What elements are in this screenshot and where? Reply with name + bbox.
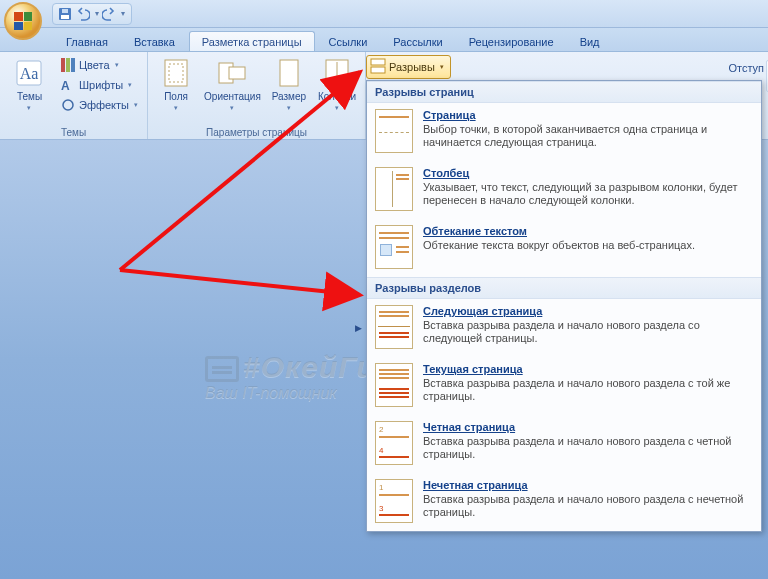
gallery-item-title: Текущая страница: [423, 363, 751, 375]
quick-access-toolbar: ▾ ▾: [52, 3, 132, 25]
chevron-down-icon: ▾: [27, 104, 31, 112]
gallery-item-title: Страница: [423, 109, 751, 121]
margins-icon: [160, 57, 192, 89]
gallery-item-desc: Выбор точки, в которой заканчивается одн…: [423, 123, 751, 149]
themes-label: Темы: [17, 91, 42, 102]
gallery-header-page-breaks: Разрывы страниц: [367, 81, 761, 103]
gallery-header-section-breaks: Разрывы разделов: [367, 277, 761, 299]
titlebar: ▾ ▾: [0, 0, 768, 28]
size-label: Размер: [272, 91, 306, 102]
group-themes-label: Темы: [6, 125, 141, 138]
gallery-item-desc: Обтекание текста вокруг объектов на веб-…: [423, 239, 751, 252]
gallery-item-title: Обтекание текстом: [423, 225, 751, 237]
indent-label-cut: Отступ: [728, 62, 764, 74]
office-button[interactable]: [4, 2, 42, 40]
group-page-setup-label: Параметры страницы: [154, 125, 359, 138]
fonts-icon: A: [60, 77, 76, 93]
group-themes: Aa Темы ▾ Цвета▾ A Шрифты▾ Эффекты▾: [0, 52, 148, 139]
continuous-icon: [375, 363, 413, 407]
theme-fonts-button[interactable]: A Шрифты▾: [57, 75, 141, 95]
gallery-item-page[interactable]: Страница Выбор точки, в которой заканчив…: [367, 103, 761, 161]
svg-rect-13: [229, 67, 245, 79]
theme-effects-label: Эффекты: [79, 99, 129, 111]
undo-dropdown-icon[interactable]: ▾: [95, 9, 99, 18]
margins-button[interactable]: Поля▾: [154, 55, 198, 112]
effects-icon: [60, 97, 76, 113]
column-break-icon: [375, 167, 413, 211]
tab-review[interactable]: Рецензирование: [457, 32, 566, 51]
columns-label: Колонки: [318, 91, 356, 102]
orientation-button[interactable]: Ориентация▾: [202, 55, 263, 112]
themes-button[interactable]: Aa Темы ▾: [6, 55, 53, 112]
selection-arrow-icon: ▶: [355, 323, 362, 333]
svg-rect-10: [165, 60, 187, 86]
gallery-item-text-wrapping[interactable]: Обтекание текстом Обтекание текста вокру…: [367, 219, 761, 277]
colors-icon: [60, 57, 76, 73]
gallery-item-desc: Вставка разрыва раздела и начало нового …: [423, 493, 751, 519]
tab-home[interactable]: Главная: [54, 32, 120, 51]
margins-label: Поля: [164, 91, 188, 102]
theme-fonts-label: Шрифты: [79, 79, 123, 91]
gallery-item-next-page[interactable]: ▶ Следующая страница Вставка разрыва раз…: [367, 299, 761, 357]
svg-rect-17: [371, 59, 385, 65]
svg-rect-18: [371, 67, 385, 73]
redo-icon[interactable]: [101, 6, 117, 22]
gallery-item-column[interactable]: Столбец Указывает, что текст, следующий …: [367, 161, 761, 219]
ribbon-tabs: Главная Вставка Разметка страницы Ссылки…: [0, 28, 768, 52]
gallery-item-desc: Вставка разрыва раздела и начало нового …: [423, 319, 751, 345]
tab-references[interactable]: Ссылки: [317, 32, 380, 51]
tab-view[interactable]: Вид: [568, 32, 612, 51]
theme-colors-button[interactable]: Цвета▾: [57, 55, 141, 75]
svg-rect-2: [62, 9, 68, 13]
size-icon: [273, 57, 305, 89]
gallery-item-odd-page[interactable]: 1 3 Нечетная страница Вставка разрыва ра…: [367, 473, 761, 531]
svg-rect-6: [66, 58, 70, 72]
gallery-item-desc: Вставка разрыва раздела и начало нового …: [423, 435, 751, 461]
svg-point-9: [63, 100, 73, 110]
tab-mailings[interactable]: Рассылки: [381, 32, 454, 51]
gallery-item-title: Следующая страница: [423, 305, 751, 317]
odd-page-icon: 1 3: [375, 479, 413, 523]
gallery-item-even-page[interactable]: 2 4 Четная страница Вставка разрыва разд…: [367, 415, 761, 473]
qat-customize-icon[interactable]: ▾: [121, 9, 125, 18]
gallery-item-title: Столбец: [423, 167, 751, 179]
svg-text:A: A: [61, 79, 70, 92]
even-page-icon: 2 4: [375, 421, 413, 465]
gallery-item-continuous[interactable]: Текущая страница Вставка разрыва раздела…: [367, 357, 761, 415]
columns-button[interactable]: Колонки▾: [315, 55, 359, 112]
save-icon[interactable]: [57, 6, 73, 22]
svg-rect-14: [280, 60, 298, 86]
orientation-icon: [216, 57, 248, 89]
page-break-icon: [375, 109, 413, 153]
tab-insert[interactable]: Вставка: [122, 32, 187, 51]
theme-effects-button[interactable]: Эффекты▾: [57, 95, 141, 115]
orientation-label: Ориентация: [204, 91, 261, 102]
breaks-label: Разрывы: [389, 61, 435, 73]
tab-page-layout[interactable]: Разметка страницы: [189, 31, 315, 51]
chevron-down-icon: ▾: [440, 63, 444, 71]
svg-rect-7: [71, 58, 75, 72]
svg-rect-5: [61, 58, 65, 72]
gallery-item-title: Четная страница: [423, 421, 751, 433]
themes-icon: Aa: [13, 57, 45, 89]
gallery-item-title: Нечетная страница: [423, 479, 751, 491]
group-page-setup: Поля▾ Ориентация▾ Размер▾ Колонки▾ Парам…: [148, 52, 366, 139]
gallery-item-desc: Указывает, что текст, следующий за разры…: [423, 181, 751, 207]
breaks-icon: [370, 58, 386, 76]
svg-rect-1: [61, 15, 69, 19]
theme-colors-label: Цвета: [79, 59, 110, 71]
gallery-item-desc: Вставка разрыва раздела и начало нового …: [423, 377, 751, 403]
watermark-text: #ОкейГик Ваш IT-помощник: [205, 350, 392, 402]
breaks-button[interactable]: Разрывы ▾: [366, 55, 451, 79]
undo-icon[interactable]: [75, 6, 91, 22]
next-page-icon: [375, 305, 413, 349]
breaks-gallery: Разрывы страниц Страница Выбор точки, в …: [366, 80, 762, 532]
size-button[interactable]: Размер▾: [267, 55, 311, 112]
text-wrap-icon: [375, 225, 413, 269]
columns-icon: [321, 57, 353, 89]
svg-text:Aa: Aa: [20, 65, 39, 82]
